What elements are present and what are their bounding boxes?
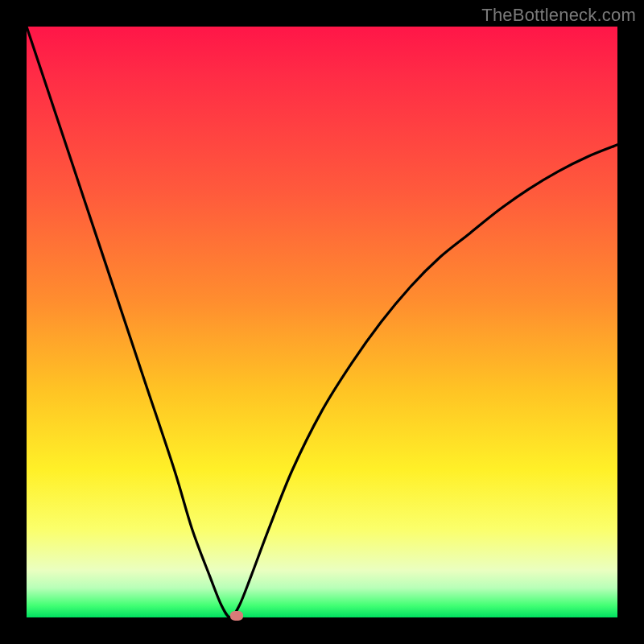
watermark-text: TheBottleneck.com	[481, 5, 636, 26]
optimal-point-marker	[230, 611, 243, 621]
bottleneck-curve	[27, 27, 617, 617]
plot-area	[27, 27, 617, 617]
chart-frame: TheBottleneck.com	[0, 0, 644, 644]
